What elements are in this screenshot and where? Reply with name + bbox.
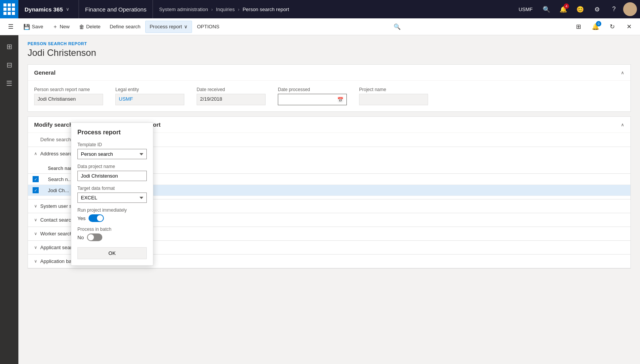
run-immediately-yes-label: Yes	[77, 215, 85, 221]
new-icon: ＋	[53, 23, 58, 30]
date-received-label: Date received	[197, 87, 266, 92]
row1-extra	[515, 174, 630, 185]
sidebar-filter-button[interactable]: ⊟	[1, 57, 18, 73]
worker-collapse-icon: ∨	[34, 231, 37, 236]
sidebar-home-button[interactable]: ⊞	[1, 38, 18, 55]
row2-checkbox[interactable]: ✓	[33, 187, 39, 193]
user-menu-button[interactable]: 😊	[573, 2, 588, 17]
run-immediately-toggle[interactable]	[89, 214, 104, 222]
page-title: Jodi Christenson	[28, 47, 631, 58]
save-button[interactable]: 💾 Save	[19, 21, 48, 33]
address-collapse-icon: ∧	[34, 151, 37, 156]
toolbar-search: 🔍	[391, 21, 404, 33]
report-name-value: Jodi Christiansen	[34, 94, 103, 105]
help-button[interactable]: ?	[606, 2, 622, 17]
top-navigation: Dynamics 365 ∨ Finance and Operations Sy…	[0, 0, 640, 18]
nav-module: Finance and Operations	[79, 0, 153, 18]
breadcrumb-sep-1: ›	[211, 7, 213, 12]
sidebar-menu-button[interactable]: ☰	[1, 75, 18, 92]
save-icon: 💾	[23, 24, 30, 30]
close-button[interactable]: ✕	[622, 19, 637, 34]
page-label: PERSON SEARCH REPORT	[28, 41, 631, 46]
template-id-label: Template ID	[77, 142, 147, 147]
delete-icon: 🗑	[79, 24, 84, 30]
process-batch-no-label: No	[77, 235, 84, 240]
notification-badge: 4	[564, 3, 569, 9]
nav-usmf-label: USMF	[514, 7, 537, 12]
contact-collapse-icon: ∨	[34, 217, 37, 222]
process-report-modal: Process report Template ID Person search…	[71, 122, 153, 266]
toggle-thumb	[97, 215, 103, 221]
target-format-label: Target data format	[77, 186, 147, 191]
batch-toggle-thumb	[88, 234, 94, 240]
sidebar: ⊞ ⊟ ☰	[0, 35, 18, 364]
template-id-field: Template ID Person search Default Custom	[77, 142, 147, 159]
toolbar-search-button[interactable]: 🔍	[391, 21, 404, 33]
date-processed-label: Date processed	[278, 87, 347, 92]
define-search-button[interactable]: Define search	[105, 21, 144, 33]
row1-checkbox[interactable]: ✓	[33, 176, 39, 182]
general-collapse-icon: ∧	[621, 70, 624, 75]
target-format-select[interactable]: EXCEL CSV XML	[77, 193, 147, 203]
report-name-field: Person search report name Jodi Christian…	[34, 87, 103, 105]
breadcrumb-current: Person search report	[243, 7, 289, 12]
search-button[interactable]: 🔍	[539, 2, 554, 17]
toolbar-badge: 0	[596, 21, 601, 26]
general-section-header[interactable]: General ∧	[28, 65, 630, 81]
col-checkbox	[28, 163, 43, 174]
date-received-value: 2/19/2018	[197, 94, 266, 105]
data-project-name-label: Data project name	[77, 164, 147, 169]
process-batch-toggle[interactable]	[87, 233, 102, 241]
general-form-row: Person search report name Jodi Christian…	[34, 87, 624, 105]
process-batch-field: Process in batch No	[77, 227, 147, 241]
new-button[interactable]: ＋ New	[48, 21, 74, 33]
modal-title: Process report	[77, 129, 147, 136]
col-extra	[515, 163, 630, 174]
date-processed-field: Date processed 📅	[278, 87, 347, 105]
data-project-name-input[interactable]	[77, 171, 147, 181]
brand-name: Dynamics 365	[25, 6, 63, 13]
apps-menu-button[interactable]	[0, 0, 18, 18]
template-id-select[interactable]: Person search Default Custom	[77, 149, 147, 159]
avatar[interactable]	[623, 2, 637, 16]
run-immediately-field: Run project immediately Yes	[77, 207, 147, 222]
legal-entity-field: Legal entity USMF	[115, 87, 184, 105]
settings-button[interactable]: ⚙	[589, 2, 605, 17]
system-user-collapse-icon: ∨	[34, 204, 37, 209]
calendar-icon[interactable]: 📅	[337, 97, 343, 103]
run-immediately-toggle-row: Yes	[77, 214, 147, 222]
project-name-label: Project name	[359, 87, 428, 92]
toolbar-right-icons: ⊞ 🔔 0 ↻ ✕	[571, 19, 637, 34]
ok-button[interactable]: OK	[77, 247, 147, 259]
refresh-icon[interactable]: ↻	[605, 19, 620, 34]
general-title: General	[34, 69, 56, 76]
action-toolbar: ☰ 💾 Save ＋ New 🗑 Delete Define search Pr…	[0, 18, 640, 35]
data-project-name-field: Data project name	[77, 164, 147, 181]
legal-entity-value[interactable]: USMF	[115, 94, 184, 105]
modify-collapse-icon: ∧	[621, 122, 624, 127]
breadcrumb: System administration › Inquiries › Pers…	[153, 7, 514, 12]
breadcrumb-sep-2: ›	[238, 7, 240, 12]
report-name-label: Person search report name	[34, 87, 103, 92]
process-report-button[interactable]: Process report ∨	[145, 21, 192, 33]
toolbar-bell-icon[interactable]: 🔔 0	[588, 19, 603, 34]
project-name-field: Project name	[359, 87, 428, 105]
options-button[interactable]: OPTIONS	[193, 21, 224, 33]
basket-collapse-icon: ∨	[34, 259, 37, 264]
notifications-button[interactable]: 🔔 4	[556, 2, 571, 17]
date-received-field: Date received 2/19/2018	[197, 87, 266, 105]
process-report-chevron-icon: ∨	[184, 24, 188, 29]
project-name-value	[359, 94, 428, 105]
hamburger-menu-button[interactable]: ☰	[3, 19, 18, 34]
run-immediately-label: Run project immediately	[77, 207, 147, 213]
nav-brand[interactable]: Dynamics 365 ∨	[18, 0, 79, 18]
general-body: Person search report name Jodi Christian…	[28, 81, 630, 111]
date-processed-input[interactable]: 📅	[278, 94, 347, 105]
row2-extra	[515, 185, 630, 196]
target-format-field: Target data format EXCEL CSV XML	[77, 186, 147, 203]
brand-chevron-icon: ∨	[66, 7, 69, 12]
general-section: General ∧ Person search report name Jodi…	[28, 64, 631, 112]
applicant-collapse-icon: ∨	[34, 245, 37, 250]
delete-button[interactable]: 🗑 Delete	[75, 21, 105, 33]
office-apps-icon[interactable]: ⊞	[571, 19, 586, 34]
